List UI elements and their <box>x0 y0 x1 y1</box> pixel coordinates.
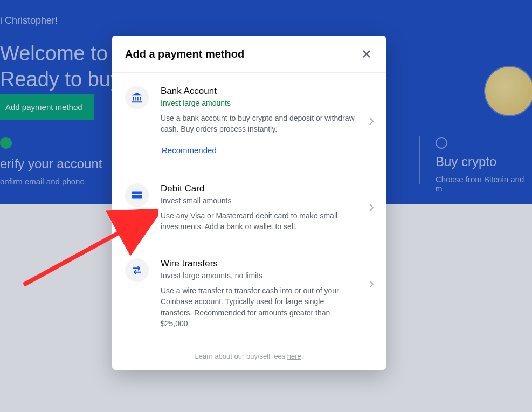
payment-method-subtitle: Invest large amounts <box>161 99 357 107</box>
footer-text: Learn about our buy/sell fees <box>195 352 287 360</box>
payment-method-body: Debit Card Invest small amounts Use any … <box>161 183 373 232</box>
payment-method-debit-card[interactable]: Debit Card Invest small amounts Use any … <box>112 170 386 246</box>
modal-title: Add a payment method <box>125 48 244 60</box>
modal-footer: Learn about our buy/sell fees here. <box>112 342 386 370</box>
fees-link[interactable]: here <box>287 352 301 360</box>
bank-icon <box>125 86 149 109</box>
svg-rect-0 <box>132 191 142 194</box>
payment-method-body: Bank Account Invest large amounts Use a … <box>161 86 373 157</box>
payment-method-title: Bank Account <box>161 86 357 97</box>
modal-header: Add a payment method <box>112 36 386 73</box>
payment-method-description: Use a bank account to buy crypto and dep… <box>161 113 357 135</box>
payment-method-title: Wire transfers <box>161 258 357 269</box>
payment-method-description: Use a wire transfer to transfer cash int… <box>161 285 357 329</box>
payment-method-subtitle: Invest large amounts, no limits <box>161 271 357 280</box>
close-icon[interactable] <box>360 47 373 60</box>
chevron-right-icon <box>369 117 374 126</box>
recommended-badge: Recommended <box>160 143 219 157</box>
svg-rect-1 <box>132 195 142 198</box>
payment-method-bank-account[interactable]: Bank Account Invest large amounts Use a … <box>112 73 386 170</box>
add-payment-method-modal: Add a payment method Bank Account Invest… <box>112 36 386 370</box>
chevron-right-icon <box>369 203 374 212</box>
payment-method-body: Wire transfers Invest large amounts, no … <box>161 258 373 329</box>
payment-method-title: Debit Card <box>161 183 357 194</box>
payment-method-wire-transfer[interactable]: Wire transfers Invest large amounts, no … <box>112 245 386 342</box>
transfer-icon <box>125 258 149 282</box>
card-icon <box>125 183 149 207</box>
payment-method-subtitle: Invest small amounts <box>161 196 357 205</box>
chevron-right-icon <box>369 280 374 289</box>
payment-method-description: Use any Visa or Mastercard debit card to… <box>161 210 357 232</box>
